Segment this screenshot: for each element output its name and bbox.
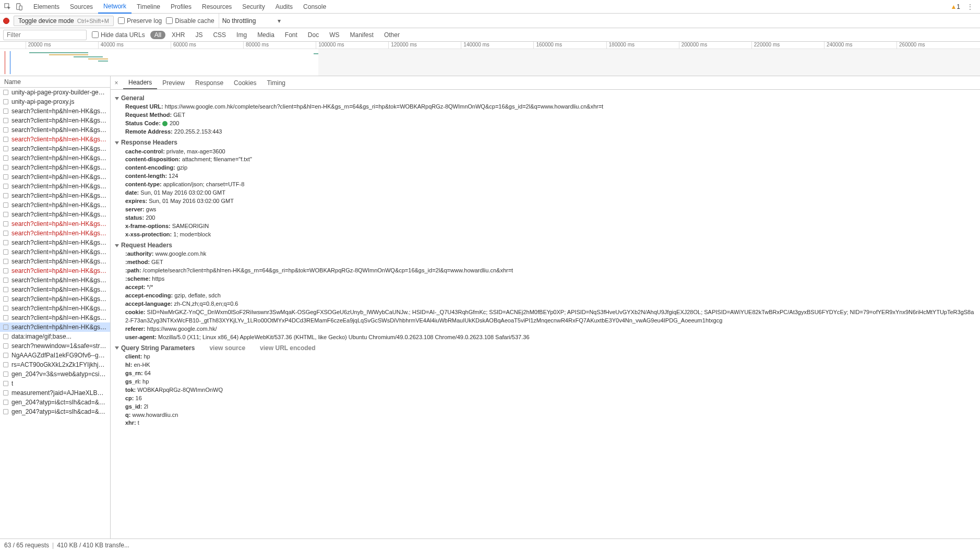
filter-pill-css[interactable]: CSS bbox=[209, 31, 230, 39]
device-toolbar-icon[interactable] bbox=[14, 1, 25, 13]
request-row[interactable]: search?client=hp&hl=en-HK&gs_rn=64&g... bbox=[0, 238, 110, 247]
warnings-badge[interactable]: ▲1 bbox=[950, 3, 960, 10]
tab-profiles[interactable]: Profiles bbox=[165, 0, 197, 14]
request-row[interactable]: search?client=hp&hl=en-HK&gs_rn=64&g... bbox=[0, 116, 110, 125]
tab-sources[interactable]: Sources bbox=[65, 0, 98, 14]
preserve-log-input[interactable] bbox=[118, 17, 125, 24]
file-icon bbox=[3, 202, 8, 208]
request-row[interactable]: gen_204?atyp=i&ct=slh&cad=&ei=qHElV... bbox=[0, 398, 110, 407]
request-row[interactable]: unity-api-page-proxy.js bbox=[0, 97, 110, 106]
request-row[interactable]: search?client=hp&hl=en-HK&gs_rn=64&g... bbox=[0, 229, 110, 238]
request-row[interactable]: search?client=hp&hl=en-HK&gs_rn=64&g... bbox=[0, 200, 110, 210]
preserve-log-checkbox[interactable]: Preserve log bbox=[118, 17, 162, 25]
request-row[interactable]: search?client=hp&hl=en-HK&gs_rn=64&g... bbox=[0, 106, 110, 116]
detail-tab-headers[interactable]: Headers bbox=[123, 76, 157, 89]
filter-pill-manifest[interactable]: Manifest bbox=[346, 31, 378, 39]
headers-pane[interactable]: GeneralRequest URL: https://www.google.c… bbox=[111, 90, 980, 538]
section-toggle[interactable]: Response Headers bbox=[115, 138, 976, 147]
tab-resources[interactable]: Resources bbox=[197, 0, 237, 14]
request-row[interactable]: search?client=hp&hl=en-HK&gs_rn=64&g... bbox=[0, 247, 110, 257]
tab-console[interactable]: Console bbox=[298, 0, 331, 14]
filter-pill-js[interactable]: JS bbox=[191, 31, 207, 39]
request-row[interactable]: search?client=hp&hl=en-HK&gs_rn=64&g... bbox=[0, 153, 110, 163]
hide-data-input[interactable] bbox=[92, 31, 99, 38]
request-row[interactable]: search?client=hp&hl=en-HK&gs_rn=64&g... bbox=[0, 125, 110, 135]
request-row[interactable]: data:image/gif;base... bbox=[0, 332, 110, 341]
request-row[interactable]: rs=ACT90oGkXkL2xZk1FYIjkhj0sIT5_fRe... bbox=[0, 360, 110, 369]
request-row[interactable]: search?newwindow=1&safe=strict&site=... bbox=[0, 341, 110, 351]
disable-cache-input[interactable] bbox=[166, 17, 173, 24]
name-column-header[interactable]: Name bbox=[0, 76, 110, 88]
filter-pill-other[interactable]: Other bbox=[380, 31, 404, 39]
request-row[interactable]: search?client=hp&hl=en-HK&gs_rn=64&g... bbox=[0, 322, 110, 332]
request-row[interactable]: search?client=hp&hl=en-HK&gs_rn=64&g... bbox=[0, 304, 110, 313]
request-row[interactable]: search?client=hp&hl=en-HK&gs_rn=64&g... bbox=[0, 182, 110, 191]
filter-pill-ws[interactable]: WS bbox=[325, 31, 343, 39]
section-title: Response Headers bbox=[121, 138, 177, 147]
detail-tab-timing[interactable]: Timing bbox=[261, 76, 291, 89]
request-row[interactable]: search?client=hp&hl=en-HK&gs_rn=64&g... bbox=[0, 257, 110, 266]
section-toggle[interactable]: Query String Parametersview sourceview U… bbox=[115, 344, 976, 353]
detail-tab-response[interactable]: Response bbox=[190, 76, 229, 89]
toggle-device-mode-button[interactable]: Toggle device mode Ctrl+Shift+M bbox=[14, 16, 114, 26]
section-toggle[interactable]: Request Headers bbox=[115, 241, 976, 250]
filter-pill-img[interactable]: Img bbox=[232, 31, 251, 39]
tab-audits[interactable]: Audits bbox=[270, 0, 298, 14]
link-view-source[interactable]: view source bbox=[209, 344, 245, 353]
file-icon bbox=[3, 118, 8, 123]
request-row[interactable]: search?client=hp&hl=en-HK&gs_rn=64&g... bbox=[0, 285, 110, 294]
tab-timeline[interactable]: Timeline bbox=[132, 0, 165, 14]
request-name: search?client=hp&hl=en-HK&gs_rn=64&g... bbox=[11, 258, 107, 265]
timeline-overview[interactable]: 20000 ms40000 ms60000 ms80000 ms100000 m… bbox=[0, 42, 980, 76]
disable-cache-checkbox[interactable]: Disable cache bbox=[166, 17, 214, 25]
header-line: :path: /complete/search?client=hp&hl=en-… bbox=[115, 267, 976, 275]
header-line: :authority: www.google.com.hk bbox=[115, 250, 976, 258]
file-icon bbox=[3, 296, 8, 302]
section-toggle[interactable]: General bbox=[115, 94, 976, 103]
header-value: 1; mode=block bbox=[173, 231, 211, 237]
request-row[interactable]: NgAAAGZdfPaI1ekFG9Ofv6--gMHPk7bP... bbox=[0, 351, 110, 360]
request-row[interactable]: measurement?jaid=AJHaeXLBQe_uznHB... bbox=[0, 388, 110, 398]
request-row[interactable]: t bbox=[0, 379, 110, 388]
filter-input[interactable] bbox=[3, 30, 87, 40]
detail-tab-cookies[interactable]: Cookies bbox=[229, 76, 261, 89]
filter-pill-xhr[interactable]: XHR bbox=[168, 31, 189, 39]
request-row[interactable]: search?client=hp&hl=en-HK&gs_rn=64&g... bbox=[0, 172, 110, 182]
request-row[interactable]: search?client=hp&hl=en-HK&gs_rn=64&g... bbox=[0, 313, 110, 322]
chevron-down-icon: ▾ bbox=[278, 17, 281, 25]
file-icon bbox=[3, 155, 8, 161]
filter-pill-all[interactable]: All bbox=[150, 31, 165, 39]
request-row[interactable]: search?client=hp&hl=en-HK&gs_rn=64&g... bbox=[0, 191, 110, 200]
header-line: Remote Address: 220.255.2.153:443 bbox=[115, 128, 976, 136]
filter-pill-media[interactable]: Media bbox=[253, 31, 279, 39]
request-row[interactable]: search?client=hp&hl=en-HK&gs_rn=64&g... bbox=[0, 210, 110, 219]
filter-pill-doc[interactable]: Doc bbox=[304, 31, 323, 39]
inspect-element-icon[interactable] bbox=[2, 1, 14, 13]
request-row[interactable]: search?client=hp&hl=en-HK&gs_rn=64&g... bbox=[0, 219, 110, 229]
header-line: Request Method: GET bbox=[115, 111, 976, 119]
tab-elements[interactable]: Elements bbox=[28, 0, 65, 14]
tab-security[interactable]: Security bbox=[237, 0, 270, 14]
detail-tab-preview[interactable]: Preview bbox=[157, 76, 190, 89]
request-row[interactable]: search?client=hp&hl=en-HK&gs_rn=64&g... bbox=[0, 266, 110, 276]
request-row[interactable]: search?client=hp&hl=en-HK&gs_rn=64&g... bbox=[0, 294, 110, 304]
request-row[interactable]: search?client=hp&hl=en-HK&gs_rn=64&g... bbox=[0, 163, 110, 172]
record-button[interactable] bbox=[3, 18, 9, 24]
hide-data-urls-checkbox[interactable]: Hide data URLs bbox=[92, 31, 145, 39]
request-row[interactable]: search?client=hp&hl=en-HK&gs_rn=64&g... bbox=[0, 276, 110, 285]
throttling-select[interactable]: No throttling ▾ bbox=[219, 14, 284, 28]
link-view-URL-encoded[interactable]: view URL encoded bbox=[260, 344, 315, 353]
header-key: xhr: bbox=[125, 420, 138, 426]
request-row[interactable]: unity-api-page-proxy-builder-gen.js bbox=[0, 88, 110, 97]
request-row[interactable]: gen_204?atyp=i&ct=slh&cad=&ei=qHElV... bbox=[0, 407, 110, 416]
header-key: expires: bbox=[125, 198, 149, 204]
filter-pill-font[interactable]: Font bbox=[281, 31, 302, 39]
request-row[interactable]: gen_204?v=3&s=web&atyp=csi&ei=qHEl... bbox=[0, 369, 110, 379]
requests-list[interactable]: unity-api-page-proxy-builder-gen.jsunity… bbox=[0, 88, 110, 538]
close-icon[interactable]: × bbox=[111, 77, 122, 89]
request-row[interactable]: search?client=hp&hl=en-HK&gs_rn=64&g... bbox=[0, 135, 110, 144]
header-key: x-frame-options: bbox=[125, 223, 172, 229]
tab-network[interactable]: Network bbox=[98, 0, 132, 14]
request-row[interactable]: search?client=hp&hl=en-HK&gs_rn=64&g... bbox=[0, 144, 110, 153]
more-icon[interactable]: ⋮ bbox=[964, 1, 976, 13]
